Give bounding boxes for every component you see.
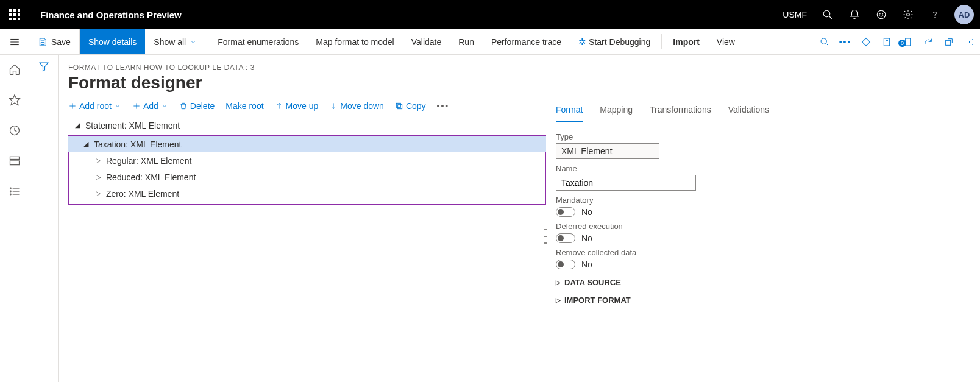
caret-expanded-icon: ◢ <box>82 140 90 148</box>
page-options-button[interactable] <box>876 37 897 47</box>
caret-collapsed-icon: ▷ <box>94 157 102 164</box>
format-enum-label: Format enumerations <box>218 37 299 47</box>
format-tree: ◢ Statement: XML Element ◢ Taxation: XML… <box>68 117 546 205</box>
map-format-button[interactable]: Map format to model <box>307 29 402 54</box>
move-up-button[interactable]: Move up <box>275 101 319 111</box>
save-icon <box>38 37 48 47</box>
waffle-icon <box>9 9 20 20</box>
help-icon <box>929 9 940 20</box>
arrow-up-icon <box>275 102 283 110</box>
remove-collected-value: No <box>581 260 592 269</box>
svg-point-29 <box>10 194 11 195</box>
format-enumerations-button[interactable]: Format enumerations <box>209 29 307 54</box>
chevron-down-icon <box>161 102 168 110</box>
copy-button[interactable]: Copy <box>395 101 426 111</box>
tree-node-zero[interactable]: ▷ Zero: XML Element <box>69 185 545 202</box>
save-button[interactable]: Save <box>29 29 80 54</box>
attachments-button[interactable]: 0 <box>897 37 918 47</box>
type-field[interactable]: XML Element <box>556 143 659 159</box>
svg-marker-30 <box>40 63 48 71</box>
help-button[interactable] <box>921 0 948 29</box>
performance-trace-button[interactable]: Performance trace <box>483 29 570 54</box>
close-button[interactable] <box>959 37 980 47</box>
svg-rect-13 <box>862 38 870 46</box>
company-code[interactable]: USMF <box>775 10 814 19</box>
remove-collected-label: Remove collected data <box>556 248 970 257</box>
search-button[interactable] <box>814 0 841 29</box>
svg-rect-17 <box>946 40 951 45</box>
refresh-button[interactable] <box>918 37 939 47</box>
find-button[interactable] <box>814 37 835 47</box>
search-icon <box>822 9 833 20</box>
page-title: Format designer <box>59 72 980 101</box>
user-avatar[interactable]: AD <box>954 5 974 24</box>
svg-rect-22 <box>10 157 19 159</box>
svg-rect-14 <box>884 38 889 46</box>
show-details-button[interactable]: Show details <box>80 29 145 54</box>
personalize-button[interactable] <box>856 37 876 48</box>
chevron-down-icon <box>190 38 197 46</box>
more-actions-button[interactable]: ••• <box>835 37 856 47</box>
make-root-button[interactable]: Make root <box>225 101 263 111</box>
run-button[interactable]: Run <box>450 29 483 54</box>
tab-transformations[interactable]: Transformations <box>650 101 711 122</box>
tree-node-reduced[interactable]: ▷ Reduced: XML Element <box>69 169 545 185</box>
tab-validations[interactable]: Validations <box>728 101 769 122</box>
filter-column <box>29 55 59 382</box>
nav-favorites[interactable] <box>5 90 24 110</box>
settings-button[interactable] <box>895 0 921 29</box>
caret-expanded-icon: ◢ <box>73 121 82 129</box>
splitter-handle[interactable] <box>544 229 547 244</box>
tree-node-statement[interactable]: ◢ Statement: XML Element <box>68 117 546 133</box>
name-field[interactable] <box>556 175 696 191</box>
section-label: IMPORT FORMAT <box>564 295 631 305</box>
tree-more-button[interactable]: ••• <box>437 101 450 111</box>
tree-node-taxation[interactable]: ◢ Taxation: XML Element <box>68 136 546 152</box>
mandatory-value: No <box>581 207 592 217</box>
data-source-section[interactable]: ▷DATA SOURCE <box>556 278 970 287</box>
copy-label: Copy <box>406 101 426 111</box>
validate-button[interactable]: Validate <box>403 29 450 54</box>
nav-toggle-button[interactable] <box>0 29 29 54</box>
caret-collapsed-icon: ▷ <box>556 297 561 303</box>
name-label: Name <box>556 164 970 173</box>
delete-label: Delete <box>190 101 215 111</box>
plus-icon <box>132 102 141 110</box>
page-body: FORMAT TO LEARN HOW TO LOOKUP LE DATA : … <box>0 55 980 382</box>
popout-button[interactable] <box>939 37 959 47</box>
nav-home[interactable] <box>5 60 24 79</box>
move-down-button[interactable]: Move down <box>329 101 384 111</box>
action-pane: Save Show details Show all Format enumer… <box>0 29 980 55</box>
add-button[interactable]: Add <box>132 101 168 111</box>
remove-collected-toggle[interactable] <box>556 260 575 269</box>
grid-icon <box>9 155 21 167</box>
smile-icon <box>876 9 887 20</box>
start-debugging-button[interactable]: ✲Start Debugging <box>570 29 659 54</box>
nav-modules[interactable] <box>5 182 24 201</box>
notifications-button[interactable] <box>841 0 868 29</box>
tree-node-label: Regular: XML Element <box>102 156 191 166</box>
nav-recent[interactable] <box>5 121 24 140</box>
add-root-button[interactable]: Add root <box>68 101 121 111</box>
page-icon <box>882 37 892 47</box>
delete-button[interactable]: Delete <box>179 101 215 111</box>
tree-pane: Add root Add Delete Make root Move up Mo… <box>59 101 546 382</box>
view-button[interactable]: View <box>708 29 744 54</box>
deferred-toggle[interactable] <box>556 233 575 243</box>
make-root-label: Make root <box>225 101 263 111</box>
tab-format[interactable]: Format <box>556 101 583 122</box>
tab-mapping[interactable]: Mapping <box>600 101 633 122</box>
app-launcher-button[interactable] <box>0 0 29 29</box>
import-format-section[interactable]: ▷IMPORT FORMAT <box>556 295 970 305</box>
tree-node-label: Reduced: XML Element <box>102 172 196 182</box>
feedback-button[interactable] <box>868 0 895 29</box>
show-all-button[interactable]: Show all <box>145 29 209 54</box>
filter-button[interactable] <box>38 61 49 382</box>
tree-node-regular[interactable]: ▷ Regular: XML Element <box>69 152 545 169</box>
caret-collapsed-icon: ▷ <box>94 173 102 181</box>
nav-workspaces[interactable] <box>5 151 24 171</box>
mandatory-toggle[interactable] <box>556 207 575 217</box>
show-details-label: Show details <box>88 37 137 47</box>
debug-icon: ✲ <box>578 37 586 48</box>
import-button[interactable]: Import <box>664 29 708 54</box>
